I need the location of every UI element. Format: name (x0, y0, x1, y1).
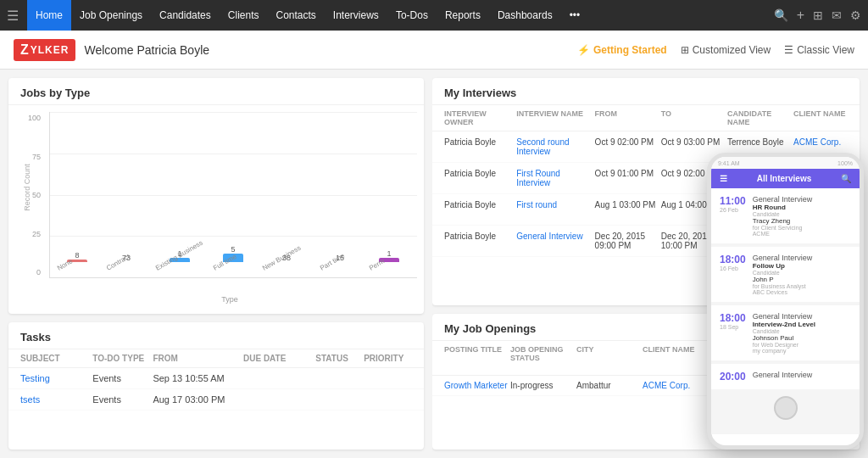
phone-time-2: 18:00 (720, 254, 746, 265)
phone-forlabel-1: for Client Servicing (753, 225, 813, 231)
phone-cand-1: Tracy Zheng (753, 217, 813, 225)
phone-item-4: 20:00 General Interview (711, 364, 860, 389)
tasks-table-header: Subject To-Do Type From Due Date Status … (8, 349, 424, 368)
lightning-icon: ⚡ (577, 44, 590, 56)
nav-item-more[interactable]: ••• (561, 0, 589, 31)
int-owner-3: Patricia Boyle (444, 200, 516, 209)
nav-item-home[interactable]: Home (27, 0, 71, 31)
nav-item-contacts[interactable]: Contacts (267, 0, 324, 31)
phone-candlabel-3: Candidate (753, 328, 815, 334)
customized-view-label: Customized View (693, 44, 771, 56)
nav-item-job-openings[interactable]: Job Openings (71, 0, 151, 31)
phone-candlabel-1: Candidate (753, 211, 813, 217)
int-from-1: Oct 9 02:00 PM (595, 137, 661, 147)
int-client-1[interactable]: ACME Corp. (793, 137, 848, 147)
phone-event-3: General Interview (753, 312, 815, 321)
jo-col-status: Job Opening Status (510, 345, 576, 371)
tasks-col-duedate: Due Date (243, 354, 315, 363)
header-actions: ⚡ Getting Started ⊞ Customized View ☰ Cl… (577, 44, 854, 56)
tasks-panel: Tasks Subject To-Do Type From Due Date S… (8, 322, 424, 450)
nav-item-todos[interactable]: To-Dos (387, 0, 437, 31)
phone-cand-3: Johnson Paul (753, 334, 815, 342)
tasks-col-from: From (153, 354, 243, 363)
classic-view-label: Classic View (797, 44, 854, 56)
int-name-1[interactable]: Second round Interview (516, 137, 594, 156)
tasks-col-priority: Priority (364, 354, 412, 363)
int-name-2[interactable]: First Round Interview (516, 169, 594, 187)
jo-col-client: Client Name (643, 345, 709, 371)
nav-item-clients[interactable]: Clients (220, 0, 268, 31)
bar-fulltime: 5 Full time (212, 245, 254, 273)
phone-event-4: General Interview (753, 371, 813, 379)
phone-search-icon[interactable]: 🔍 (841, 174, 851, 183)
bar-existing-business: 1 Existing Business (154, 249, 205, 273)
phone-company-2: ABC Devices (753, 289, 813, 295)
y-label-0: 0 (36, 268, 41, 276)
phone-subevent-1: HR Round (753, 204, 813, 211)
search-icon[interactable]: 🔍 (774, 8, 788, 22)
tasks-col-todotype: To-Do Type (92, 354, 153, 363)
logo: Z YLKER (14, 39, 75, 61)
nav-item-reports[interactable]: Reports (437, 0, 489, 31)
int-col-owner: Interview Owner (444, 109, 516, 126)
phone-header-title: All Interviews (757, 174, 811, 183)
task-subject-1[interactable]: Testing (20, 373, 92, 383)
nav-item-dashboards[interactable]: Dashboards (489, 0, 561, 31)
interviews-header: Interview Owner Interview Name From To C… (432, 105, 860, 131)
bar-new-business: 38 New Business (261, 254, 312, 273)
int-name-3[interactable]: First round (516, 200, 594, 209)
chart-title: Jobs by Type (8, 78, 424, 105)
task-row-2: tsets Events Aug 17 03:00 PM (8, 389, 424, 411)
x-axis-label: Type (221, 295, 238, 304)
getting-started-button[interactable]: ⚡ Getting Started (577, 44, 667, 56)
phone-home-button[interactable] (774, 396, 798, 420)
jo-city-1: Ambattur (576, 381, 643, 390)
plus-icon[interactable]: + (797, 8, 804, 23)
classic-view-button[interactable]: ☰ Classic View (784, 44, 854, 56)
int-from-4: Dec 20, 2015 09:00 PM (595, 232, 661, 250)
phone-mockup: 9:41 AM 100% ☰ All Interviews 🔍 11:00 26 (707, 153, 864, 450)
phone-event-2: General Interview (753, 254, 813, 262)
phone-subevent-2: Follow Up (753, 262, 813, 270)
phone-cand-2: John P (753, 276, 813, 283)
task-todotype-1: Events (92, 373, 153, 383)
phone-company-3: my company (753, 348, 815, 354)
list-view-icon: ☰ (784, 44, 793, 56)
phone-date-1: 26 Feb (720, 207, 746, 213)
right-column: My Interviews Interview Owner Interview … (432, 70, 868, 458)
phone-time-3: 18:00 (720, 312, 746, 324)
phone-time-1: 11:00 (720, 195, 746, 207)
mail-icon[interactable]: ✉ (832, 8, 842, 22)
settings-icon[interactable]: ⚙ (850, 8, 861, 22)
jo-posting-1[interactable]: Growth Marketer (444, 381, 510, 390)
y-label-75: 75 (32, 153, 41, 161)
task-from-2: Aug 17 03:00 PM (153, 394, 243, 405)
phone-battery: 100% (837, 160, 853, 166)
phone-header-bar: ☰ All Interviews 🔍 (711, 169, 860, 188)
phone-date-2: 16 Feb (720, 265, 746, 271)
task-subject-2[interactable]: tsets (20, 394, 92, 405)
right-col-inner: My Interviews Interview Owner Interview … (432, 78, 860, 450)
welcome-text: Welcome Patricia Boyle (84, 43, 209, 57)
int-name-4[interactable]: General Interview (516, 232, 594, 241)
nav-item-candidates[interactable]: Candidates (151, 0, 220, 31)
int-col-from: From (595, 109, 661, 126)
grid-icon[interactable]: ⊞ (813, 8, 823, 22)
phone-item-2: 18:00 16 Feb General Interview Follow Up… (711, 247, 860, 302)
int-col-to: To (661, 109, 727, 126)
hamburger-icon[interactable]: ☰ (7, 8, 19, 24)
int-col-client: Client Name (793, 109, 848, 126)
y-label-25: 25 (32, 230, 41, 238)
int-from-2: Oct 9 01:00 PM (595, 169, 661, 178)
phone-event-1: General Interview (753, 195, 813, 204)
bar-perm: 1 Perm (368, 249, 410, 273)
nav-bar: ☰ Home Job Openings Candidates Clients C… (0, 0, 868, 31)
task-row-1: Testing Events Sep 13 10:55 AM (8, 368, 424, 389)
phone-menu-icon[interactable]: ☰ (720, 174, 727, 183)
nav-item-interviews[interactable]: Interviews (325, 0, 387, 31)
jo-client-1[interactable]: ACME Corp. (643, 381, 709, 390)
int-candidate-1: Terrence Boyle (727, 137, 793, 147)
chart-area: 100 75 50 25 0 Record Count (8, 105, 424, 310)
customized-view-button[interactable]: ⊞ Customized View (681, 44, 771, 56)
interviews-title: My Interviews (432, 78, 860, 105)
